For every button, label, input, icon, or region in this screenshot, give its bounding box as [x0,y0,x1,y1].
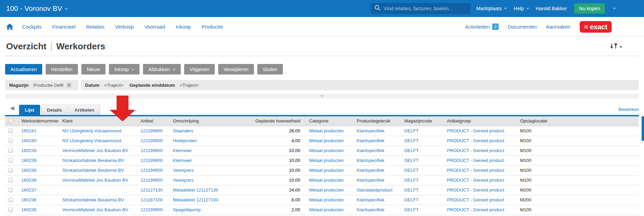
cell-magazijncode[interactable]: DELFT [400,185,443,195]
filter-collapse-handle[interactable] [5,94,639,98]
cell-klant[interactable]: Vermicellifabriek Jos Bauduin BV [58,146,136,155]
column-header-omschrijving[interactable]: Omschrijving [169,116,237,126]
sluiten-button[interactable]: Sluiten [257,64,283,74]
cell-werkordernummer[interactable]: 160240 [17,136,58,146]
cell-productiegebruik[interactable]: Klantspecifiek [353,136,400,146]
cell-magazijncode[interactable]: DELFT [400,126,443,136]
nav-item-inkoop[interactable]: Inkoop [176,24,191,30]
company-selector[interactable]: 100 - Voronov BV [6,0,67,17]
cell-klant[interactable]: Vermicellifabriek Jos Bauduin BV [58,175,136,185]
cell-categorie[interactable]: Metaal producten [305,185,353,195]
cell-werkordernummer[interactable]: 160238 [17,165,58,175]
cell-omschrijving[interactable]: Hoekposten [169,136,237,146]
cell-werkordernummer[interactable]: 160236 [17,195,58,205]
select-all-checkbox[interactable] [9,119,13,123]
cell-artikelgroep[interactable]: PRODUCT - Gereed product [443,126,516,136]
cell-artikelgroep[interactable]: PRODUCT - Gereed product [443,155,516,165]
row-checkbox[interactable] [9,138,13,143]
documenten-link[interactable]: Documenten [508,24,537,30]
nav-item-verkoop[interactable]: Verkoop [115,24,134,30]
cell-magazijncode[interactable]: DELFT [400,175,443,185]
column-header-productiegebruik[interactable]: Productiegebruik [353,116,400,126]
cell-werkordernummer[interactable]: 160235 [17,205,58,215]
column-header-magazijncode[interactable]: Magazijncode [400,116,443,126]
cell-werkordernummer[interactable]: 160238 [17,175,58,185]
afdrukken-dropdown-button[interactable]: Afdrukken [143,64,181,74]
cell-productiegebruik[interactable]: Klantspecifiek [353,126,400,136]
pushpin-icon[interactable] [10,106,15,112]
nieuw-button[interactable]: Nieuw [81,64,106,74]
cell-productiegebruik[interactable]: Klantspecifiek [353,205,400,215]
nav-item-relaties[interactable]: Relaties [86,24,104,30]
cell-omschrijving[interactable]: Metaaldeel 121127130 [169,185,237,195]
cell-productiegebruik[interactable]: Standaardproduct [353,185,400,195]
aanmaken-link[interactable]: Aanmaken [546,24,570,30]
cell-omschrijving[interactable]: Metaaldeel 121127100 [169,195,237,205]
marktplaats-menu[interactable]: Marktplaats [476,6,506,11]
cell-artikelgroep[interactable]: PRODUCT - Gereed product [443,195,516,205]
cell-artikelgroep[interactable]: PRODUCT - Gereed product [443,205,516,215]
cell-productiegebruik[interactable]: Klantspecifiek [353,195,400,205]
cell-magazijncode[interactable]: DELFT [400,205,443,215]
column-header-geplande-hoeveelheid[interactable]: Geplande hoeveelheid [237,116,305,126]
cell-artikelgroep[interactable]: PRODUCT - Gereed product [443,165,516,175]
remove-filter-icon[interactable]: ✕ [66,82,72,88]
help-menu[interactable]: Help [514,6,529,11]
cell-artikel[interactable]: 121199900 [136,165,169,175]
cell-omschrijving[interactable]: Klemveer [169,155,237,165]
cell-artikel[interactable]: 121199900 [136,136,169,146]
cell-magazijncode[interactable]: DELFT [400,195,443,205]
nav-item-financieel[interactable]: Financieel [52,24,76,30]
vertical-scrollbar-thumb[interactable] [642,116,644,141]
cell-omschrijving[interactable]: Klemveer [169,146,237,155]
cell-artikelgroep[interactable]: PRODUCT - Gereed product [443,146,516,155]
vrijgeven-button[interactable]: Vrijgeven [184,64,215,74]
buy-now-button[interactable]: Nu kopen [574,3,605,14]
cell-klant[interactable]: Strokartonfabriek Beukema BV [58,195,136,205]
cell-productiegebruik[interactable]: Klantspecifiek [353,165,400,175]
cell-productiegebruik[interactable]: Klantspecifiek [353,175,400,185]
row-checkbox[interactable] [9,207,13,212]
cell-omschrijving[interactable]: Spagettipomp [169,205,237,215]
verwijderen-button[interactable]: Verwijderen [218,64,254,74]
cell-artikel[interactable]: 121199900 [136,205,169,215]
cell-klant[interactable] [58,185,136,195]
row-checkbox[interactable] [9,168,13,172]
cell-artikelgroep[interactable]: PRODUCT - Gereed product [443,175,516,185]
cell-omschrijving[interactable]: Veenijzers [169,175,237,185]
column-header-werkordernummer[interactable]: Werkordernummer [17,116,58,126]
cell-klant[interactable]: Strokartonfabriek Beukema BV [58,155,136,165]
cell-werkordernummer[interactable]: 160237 [17,185,58,195]
cell-categorie[interactable]: Metaal producten [305,175,353,185]
cell-artikel[interactable]: 121187100 [136,195,169,205]
row-checkbox[interactable] [9,178,13,182]
row-checkbox[interactable] [9,148,13,153]
cell-werkordernummer[interactable]: 160239 [17,146,58,155]
user-menu[interactable]: Harold Bakker [536,6,567,11]
row-checkbox[interactable] [9,198,13,202]
list-settings-button[interactable] [610,43,622,51]
tab-details[interactable]: Details [41,105,68,115]
actualiseren-button[interactable]: Actualiseren [5,64,42,74]
cell-artikel[interactable]: 121199900 [136,126,169,136]
filter-magazijn-value[interactable]: Productie Delft [33,83,64,88]
column-header-opslaglocatie[interactable]: Opslaglocatie [516,116,639,126]
nav-item-cockpits[interactable]: Cockpits [22,24,42,30]
cell-magazijncode[interactable]: DELFT [400,155,443,165]
cell-artikel[interactable]: 121127130 [136,185,169,195]
cell-artikelgroep[interactable]: PRODUCT - Gereed product [443,185,516,195]
cell-klant[interactable]: NV IJzergieterij Vulcaansoord [58,136,136,146]
bewerken-link[interactable]: Bewerken [618,107,639,112]
cell-magazijncode[interactable]: DELFT [400,136,443,146]
cell-magazijncode[interactable]: DELFT [400,165,443,175]
global-search[interactable] [371,3,470,14]
cell-werkordernummer[interactable]: 160241 [17,126,58,136]
filter-einddatum-value[interactable]: <Traject> [180,83,199,88]
cell-categorie[interactable]: Metaal producten [305,165,353,175]
cell-omschrijving[interactable]: Veenijzers [169,165,237,175]
cell-artikel[interactable]: 121199900 [136,146,169,155]
cell-categorie[interactable]: Metaal producten [305,126,353,136]
topbar-expand-chevron-icon[interactable] [613,6,616,9]
cell-categorie[interactable]: Metaal producten [305,155,353,165]
cell-omschrijving[interactable]: Staanders [169,126,237,136]
